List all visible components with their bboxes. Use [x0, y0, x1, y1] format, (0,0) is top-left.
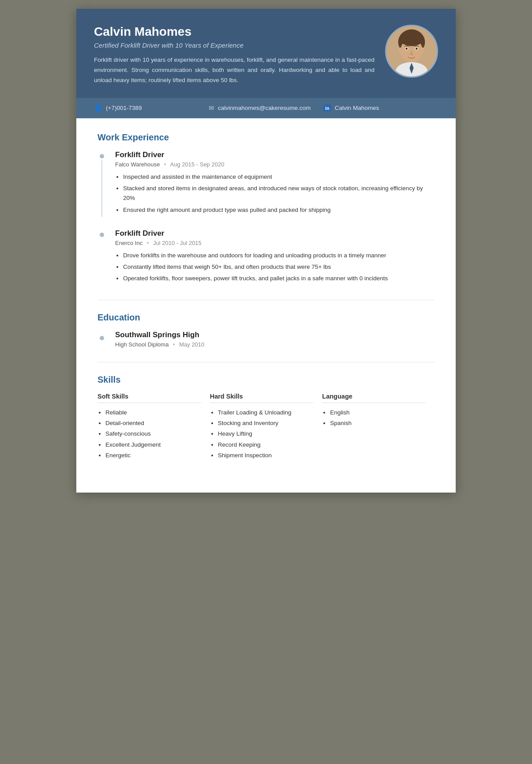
- skill-item: Shipment Inspection: [218, 450, 314, 461]
- job-entry-2: Forklift Driver Enerco Inc • Jul 2010 - …: [97, 229, 435, 286]
- skill-item: Excellent Judgement: [105, 440, 201, 450]
- job-bullet: Constantly lifted items that weigh 50+ l…: [123, 262, 435, 272]
- soft-skills-title: Soft Skills: [97, 393, 201, 403]
- job-bullet: Operated forklifts, floor sweepers, powe…: [123, 274, 435, 283]
- job-title-2: Forklift Driver: [115, 229, 435, 238]
- contact-email: ✉ calvinmahomes@cakeresume.com: [209, 104, 323, 112]
- skill-item: Detail-oriented: [105, 418, 201, 429]
- timeline-dot-2: [100, 233, 104, 237]
- work-experience-title: Work Experience: [97, 132, 435, 143]
- job-bullets-1: Inspected and assisted in the maintenanc…: [115, 172, 435, 215]
- job-meta-2: Enerco Inc • Jul 2010 - Jul 2015: [115, 240, 435, 246]
- edu-degree-1: High School Diploma: [115, 341, 169, 348]
- skill-item: Trailer Loading & Unloading: [218, 407, 314, 418]
- contact-linkedin: in Calvin Mahomes: [323, 105, 438, 112]
- main-content: Work Experience Forklift Driver Falco Wa…: [76, 118, 456, 493]
- edu-dot-1: [100, 336, 104, 340]
- job-bullet: Drove forklifts in the warehouse and out…: [123, 251, 435, 260]
- edu-meta-1: High School Diploma • May 2010: [115, 341, 204, 348]
- job-title-1: Forklift Driver: [115, 151, 435, 159]
- job-dates-1: Aug 2015 - Sep 2020: [170, 161, 225, 168]
- divider-1: [97, 300, 435, 300]
- skill-item: Heavy Lifting: [218, 429, 314, 439]
- edu-content-1: Southwall Springs High High School Diplo…: [115, 331, 204, 348]
- contact-bar: 👤 (+7)001-7389 ✉ calvinmahomes@cakeresum…: [76, 98, 456, 118]
- hard-skills-list: Trailer Loading & Unloading Stocking and…: [210, 407, 314, 461]
- job-company-1: Falco Warehouse: [115, 161, 160, 168]
- hard-skills-title: Hard Skills: [210, 393, 314, 403]
- education-section: Education Southwall Springs High High Sc…: [97, 312, 435, 348]
- job-dates-2: Jul 2010 - Jul 2015: [153, 240, 202, 246]
- linkedin-icon: in: [323, 105, 331, 112]
- avatar: [385, 25, 438, 78]
- language-col: Language English Spanish: [322, 393, 435, 461]
- skill-item: Safety-conscious: [105, 429, 201, 439]
- svg-point-12: [420, 47, 425, 53]
- skill-item: Reliable: [105, 407, 201, 418]
- contact-phone: 👤 (+7)001-7389: [94, 104, 209, 112]
- job-entry-1: Forklift Driver Falco Warehouse • Aug 20…: [97, 151, 435, 217]
- job-bullet: Stacked and stored items in designated a…: [123, 184, 435, 203]
- job-bullet: Ensured the right amount and product typ…: [123, 205, 435, 215]
- svg-point-11: [399, 47, 403, 53]
- hard-skills-col: Hard Skills Trailer Loading & Unloading …: [210, 393, 322, 461]
- job-bullet: Inspected and assisted in the maintenanc…: [123, 172, 435, 182]
- soft-skills-col: Soft Skills Reliable Detail-oriented Saf…: [97, 393, 210, 461]
- header-text: Calvin Mahomes Certified Forklift Driver…: [94, 25, 375, 86]
- timeline-line-1: [101, 160, 102, 217]
- skills-section: Skills Soft Skills Reliable Detail-orien…: [97, 375, 435, 461]
- candidate-name: Calvin Mahomes: [94, 25, 375, 39]
- job-bullets-2: Drove forklifts in the warehouse and out…: [115, 251, 435, 284]
- skill-item: Energetic: [105, 450, 201, 461]
- education-title: Education: [97, 312, 435, 323]
- job-meta-1: Falco Warehouse • Aug 2015 - Sep 2020: [115, 161, 435, 168]
- timeline-1: [97, 151, 106, 217]
- edu-school-1: Southwall Springs High: [115, 331, 204, 339]
- work-experience-section: Work Experience Forklift Driver Falco Wa…: [97, 132, 435, 286]
- skill-item: Record Keeping: [218, 440, 314, 450]
- phone-icon: 👤: [94, 104, 102, 112]
- candidate-title: Certified Forklift Driver with 10 Years …: [94, 41, 375, 49]
- language-list: English Spanish: [322, 407, 426, 429]
- job-company-2: Enerco Inc: [115, 240, 142, 246]
- edu-year-1: May 2010: [179, 341, 204, 348]
- email-icon: ✉: [209, 104, 214, 112]
- job-content-1: Forklift Driver Falco Warehouse • Aug 20…: [115, 151, 435, 217]
- skill-item: Spanish: [330, 418, 426, 429]
- skill-item: English: [330, 407, 426, 418]
- language-title: Language: [322, 393, 426, 403]
- svg-point-10: [416, 48, 418, 50]
- header-section: Calvin Mahomes Certified Forklift Driver…: [76, 9, 456, 98]
- divider-2: [97, 362, 435, 362]
- svg-point-3: [400, 31, 423, 46]
- skill-item: Stocking and Inventory: [218, 418, 314, 429]
- timeline-2: [97, 229, 106, 286]
- skills-grid: Soft Skills Reliable Detail-oriented Saf…: [97, 393, 435, 461]
- svg-point-9: [405, 48, 408, 50]
- job-content-2: Forklift Driver Enerco Inc • Jul 2010 - …: [115, 229, 435, 286]
- edu-entry-1: Southwall Springs High High School Diplo…: [97, 331, 435, 348]
- soft-skills-list: Reliable Detail-oriented Safety-consciou…: [97, 407, 201, 461]
- skills-title: Skills: [97, 375, 435, 385]
- resume: Calvin Mahomes Certified Forklift Driver…: [76, 9, 456, 493]
- timeline-dot-1: [100, 154, 104, 158]
- candidate-summary: Forklift driver with 10 years of experie…: [94, 55, 375, 86]
